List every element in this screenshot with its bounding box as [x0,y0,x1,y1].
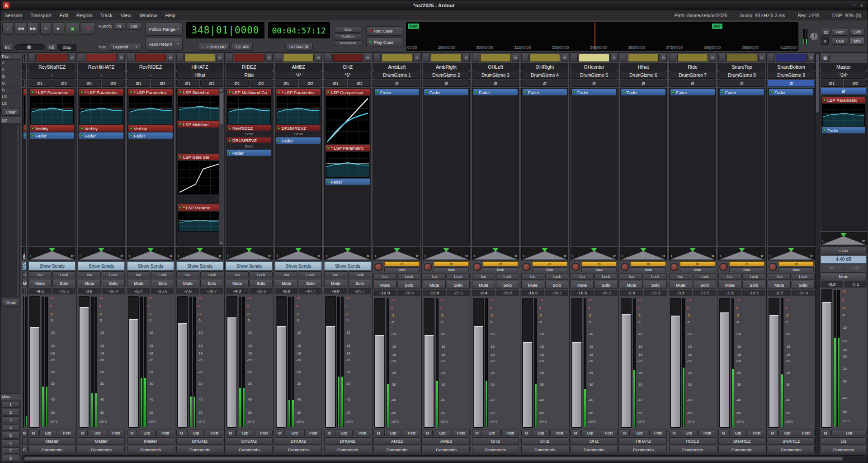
group-assign-button[interactable]: Grp [532,430,550,436]
favorite-plugins-header[interactable]: Fav [0,53,21,60]
favorite-plugin-item[interactable]: G [0,73,21,80]
metering-button[interactable]: M [571,430,580,436]
group-assign-button[interactable]: Grp [89,430,106,436]
plugin-processor[interactable]: LSP Compressor [326,89,370,95]
scroll-down-icon[interactable]: ▼ [220,241,222,246]
metering-button[interactable]: M [226,430,236,436]
metering-button[interactable]: M [127,430,137,436]
phase-invert-button[interactable]: Ø1 [78,80,101,87]
solo-isolate-button[interactable]: Iso [22,271,24,278]
group-assign-button[interactable]: Grp [335,430,353,436]
gain-fader[interactable] [79,296,90,428]
metering-point-icon-button[interactable]: ⊘ [167,54,174,62]
solo-button[interactable]: Solo [792,281,815,289]
gain-value[interactable]: -1.5 [718,290,741,296]
solo-isolate-button[interactable]: Iso [620,273,643,280]
gain-fader[interactable] [128,296,139,428]
metering-point-icon-button[interactable]: ⊘ [315,54,322,62]
strip-context-button[interactable] [226,54,233,62]
phase-invert-button[interactable]: Ø2 [151,80,174,87]
menu-transport[interactable]: Transport [26,13,56,18]
solo-lock-button[interactable]: Lock [397,273,420,280]
solo-isolate-button[interactable]: Iso [472,273,495,280]
record-arm-button[interactable] [374,263,383,271]
gain-value[interactable]: -0.0 [821,281,843,288]
solo-button[interactable]: Solo [545,281,568,289]
mute-button[interactable]: Mute [472,281,495,289]
record-button[interactable]: ● [81,22,95,35]
gain-fader[interactable] [374,298,385,428]
gain-fader[interactable] [821,289,832,428]
cue-page-button[interactable]: Cue [832,37,848,45]
gain-fader[interactable] [29,296,40,428]
show-sends-button[interactable]: Show Sends [22,261,26,270]
output-routing-button[interactable] [22,437,26,445]
group-button[interactable]: Ride [226,71,273,79]
track-name-button[interactable]: RIDEZ [226,63,273,71]
mute-button[interactable]: Mute [521,281,544,289]
comments-button[interactable]: Comments [28,446,75,454]
solo-button[interactable]: Solo [496,281,519,289]
pan-widget[interactable]: LR [176,247,223,260]
solo-button[interactable]: Solo [348,279,371,287]
gain-value[interactable] [22,288,24,294]
phase-invert-button[interactable]: Ø [423,80,470,87]
comments-button[interactable]: Comments [78,446,125,454]
track-color-bar[interactable] [480,54,511,62]
pan-widget[interactable]: LR [768,247,815,260]
processor-box[interactable]: Fader [373,88,420,246]
punch-out-button[interactable]: Out [127,22,142,30]
gain-value[interactable]: -16.5 [571,290,594,296]
output-routing-button[interactable]: Master [127,437,174,445]
gain-value[interactable]: -9.0 [324,288,347,294]
track-color-bar[interactable] [234,54,264,62]
pan-widget[interactable]: LR [472,247,519,260]
peak-value[interactable]: -22.4 [792,290,815,296]
gain-fader[interactable] [325,296,336,428]
scroll-up-icon[interactable]: ▲ [220,88,222,92]
solo-lock-button[interactable]: Lock [742,273,765,280]
strip-context-button[interactable] [472,54,479,62]
gain-value[interactable]: -3.1 [669,290,692,296]
metering-point-icon-button[interactable]: ⊘ [512,54,519,62]
peak-value[interactable]: -27.1 [447,290,470,296]
output-routing-button[interactable]: OHZ [472,437,519,445]
tempo-button[interactable]: ♩= 280.000 [198,43,230,51]
strip-context-button[interactable] [127,54,134,62]
pan-widget[interactable]: LR [669,247,716,260]
time-signature-button[interactable]: TS: 4/4 [231,43,253,51]
secondary-clock[interactable]: 00:04:57:12 [268,22,330,38]
output-routing-button[interactable]: AMBZ [423,437,470,445]
mixer-scene-button-4[interactable]: 4 [1,424,20,431]
clock-mode-button[interactable]: INT/M-Clk [285,43,313,51]
group-button[interactable]: - [78,71,125,79]
phase-invert-all-button[interactable]: Ø [821,88,867,94]
metering-button[interactable]: M [768,430,778,436]
fader-processor[interactable]: Fader [822,127,865,133]
strips-list[interactable] [1,124,20,297]
mixer-scene-button-6[interactable]: 6 [1,439,20,446]
peak-value[interactable]: -19.3 [644,290,667,296]
output-routing-button[interactable]: DRUMZ [324,437,371,445]
output-routing-button[interactable]: OHZ [521,437,568,445]
gain-value[interactable]: -7.6 [176,288,199,294]
fader-processor[interactable]: Fader [621,89,665,95]
minimize-button[interactable]: – [844,3,846,8]
comments-button[interactable]: Comments [127,446,174,454]
track-name-button[interactable] [22,63,26,71]
group-button[interactable]: DrumGizmo 2 [423,71,470,79]
solo-lock-button[interactable]: Lock [693,273,716,280]
gain-value[interactable]: -9.0 [275,288,298,294]
disk-monitor-button[interactable]: Disk [532,267,567,272]
gain-fader[interactable] [23,296,24,428]
peak-value[interactable]: -24.7 [348,288,371,294]
solo-button[interactable]: Solo [447,281,470,289]
fader-processor[interactable]: Fader [276,137,321,144]
strip-context-button[interactable] [373,54,381,62]
solo-lock-button[interactable]: Lock [594,273,618,280]
solo-button[interactable]: Solo [594,281,618,289]
output-routing-button[interactable]: RIDEZ [669,437,716,445]
processor-box[interactable]: Fader [571,88,618,246]
track-color-bar[interactable] [579,54,609,62]
solo-isolate-button[interactable]: Iso [226,271,249,278]
